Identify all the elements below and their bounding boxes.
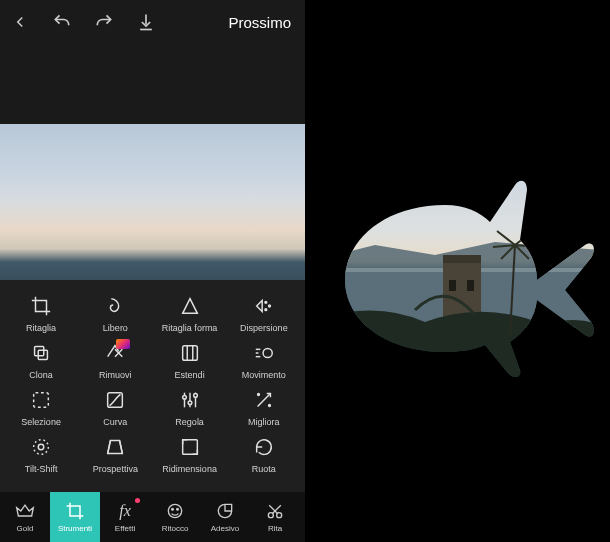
tool-regola[interactable]: Regola [155, 388, 225, 427]
fx-icon: fx [115, 501, 135, 521]
bottom-rita[interactable]: Rita [250, 492, 300, 542]
tool-clona[interactable]: Clona [6, 341, 76, 380]
enhance-icon [252, 388, 276, 412]
tool-movimento[interactable]: Movimento [229, 341, 299, 380]
svg-marker-2 [257, 301, 263, 312]
bottom-effetti[interactable]: fx Effetti [100, 492, 150, 542]
bottom-gold[interactable]: Gold [0, 492, 50, 542]
svg-rect-6 [35, 347, 44, 356]
undo-icon[interactable] [50, 10, 74, 34]
shape-crop-icon [178, 294, 202, 318]
svg-marker-1 [182, 299, 197, 314]
fish-cutout [315, 150, 600, 380]
tool-prospettiva[interactable]: Prospettiva [80, 435, 150, 474]
tool-selezione[interactable]: Selezione [6, 388, 76, 427]
svg-point-21 [188, 401, 192, 405]
dispersion-icon [252, 294, 276, 318]
result-panel [305, 0, 610, 542]
rotate-icon [252, 435, 276, 459]
svg-rect-42 [467, 280, 474, 291]
tool-tilt-shift[interactable]: Tilt-Shift [6, 435, 76, 474]
tool-rimuovi[interactable]: Rimuovi [80, 341, 150, 380]
svg-point-4 [268, 305, 270, 307]
svg-point-25 [38, 444, 44, 450]
premium-badge-icon [116, 339, 130, 349]
crown-icon [15, 501, 35, 521]
svg-rect-41 [449, 280, 456, 291]
tools-grid: Ritaglia Libero Ritaglia forma Dispersio… [0, 280, 305, 492]
download-icon[interactable] [134, 10, 158, 34]
back-icon[interactable] [8, 10, 32, 34]
svg-point-3 [265, 301, 267, 303]
notification-dot-icon [135, 498, 140, 503]
clone-icon [29, 341, 53, 365]
bottom-toolbar: Gold Strumenti fx Effetti Ritocco Adesiv… [0, 492, 305, 542]
tool-ridimensiona[interactable]: Ridimensiona [155, 435, 225, 474]
editor-panel: Prossimo Ritaglia Libero Ritaglia [0, 0, 305, 542]
svg-point-24 [268, 405, 270, 407]
curve-icon [103, 388, 127, 412]
svg-point-26 [34, 440, 49, 455]
svg-line-28 [108, 441, 111, 454]
tool-ruota[interactable]: Ruota [229, 435, 299, 474]
svg-rect-15 [34, 393, 49, 408]
motion-icon [252, 341, 276, 365]
svg-point-11 [263, 348, 272, 357]
crop-icon [29, 294, 53, 318]
svg-point-22 [193, 394, 197, 398]
stretch-icon [178, 341, 202, 365]
sticker-icon [215, 501, 235, 521]
svg-rect-39 [443, 260, 481, 320]
perspective-icon [103, 435, 127, 459]
next-button[interactable]: Prossimo [228, 14, 297, 31]
tool-migliora[interactable]: Migliora [229, 388, 299, 427]
resize-icon [178, 435, 202, 459]
tool-ritaglia-forma[interactable]: Ritaglia forma [155, 294, 225, 333]
tool-dispersione[interactable]: Dispersione [229, 294, 299, 333]
retouch-icon [165, 501, 185, 521]
bottom-ritocco[interactable]: Ritocco [150, 492, 200, 542]
tool-ritaglia[interactable]: Ritaglia [6, 294, 76, 333]
tools-icon [65, 501, 85, 521]
bottom-adesivo[interactable]: Adesivo [200, 492, 250, 542]
svg-rect-40 [443, 255, 481, 263]
svg-rect-30 [182, 440, 197, 455]
free-crop-icon [103, 294, 127, 318]
top-toolbar: Prossimo [0, 0, 305, 44]
svg-point-5 [265, 309, 267, 311]
tool-estendi[interactable]: Estendi [155, 341, 225, 380]
tool-libero[interactable]: Libero [80, 294, 150, 333]
cutout-icon [265, 501, 285, 521]
svg-point-23 [257, 394, 259, 396]
svg-point-33 [177, 509, 179, 511]
tilt-shift-icon [29, 435, 53, 459]
svg-rect-8 [182, 346, 197, 361]
adjust-icon [178, 388, 202, 412]
svg-rect-7 [38, 350, 47, 359]
svg-point-20 [182, 395, 186, 399]
svg-point-32 [172, 509, 174, 511]
redo-icon[interactable] [92, 10, 116, 34]
svg-line-29 [120, 441, 123, 454]
tool-curva[interactable]: Curva [80, 388, 150, 427]
bottom-strumenti[interactable]: Strumenti [50, 492, 100, 542]
selection-icon [29, 388, 53, 412]
